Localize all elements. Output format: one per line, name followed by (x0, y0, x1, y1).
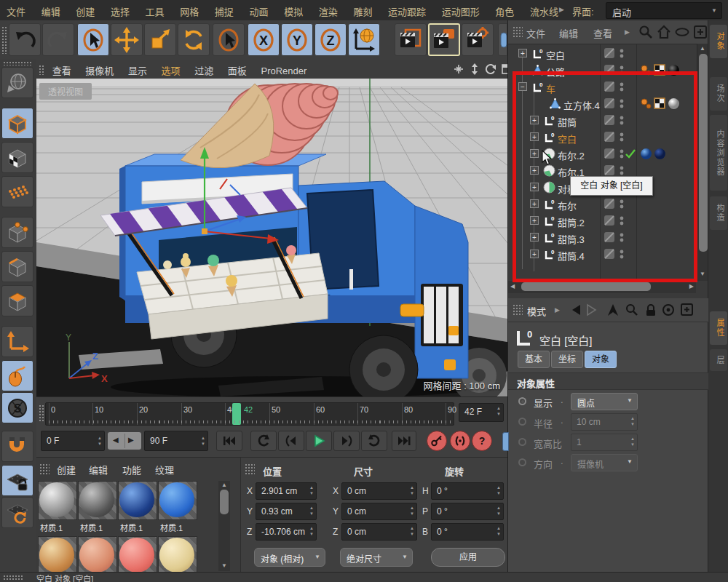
texture-mode-button[interactable] (1, 142, 33, 173)
orientation-dropdown[interactable]: 摄像机▼ (571, 454, 638, 471)
tab-takes[interactable]: 场次 (710, 77, 727, 111)
workplane-mode-button[interactable] (1, 176, 33, 207)
size-y-field[interactable]: 0 cm▲▼ (341, 503, 417, 520)
end-frame-field[interactable]: 90 F▲▼ (144, 431, 208, 451)
material-thumbnail[interactable] (158, 536, 197, 573)
menu-motion-tracker[interactable]: 运动跟踪 (381, 0, 432, 18)
lock-icon[interactable] (644, 303, 658, 319)
coord-mode-dropdown[interactable]: 对象 (相对)▼ (254, 548, 325, 567)
tab-basic[interactable]: 基本 (518, 351, 550, 368)
tab-object[interactable]: 对象 (585, 351, 617, 368)
keyframe-circle-icon[interactable] (518, 438, 526, 446)
pos-y-field[interactable]: 0.93 cm▲▼ (256, 503, 317, 520)
clipped-button[interactable] (502, 432, 509, 451)
coordinate-system-button[interactable] (348, 23, 380, 56)
redo-button[interactable] (42, 23, 74, 56)
mat-drag-handle[interactable] (39, 463, 50, 475)
enable-snap-button[interactable] (1, 431, 33, 462)
om-menu-overflow-arrow[interactable]: ▶ (625, 28, 630, 36)
scroll-down-icon[interactable]: ▼ (700, 271, 705, 277)
menu-create[interactable]: 创建 (69, 0, 101, 18)
vp-menu-panel[interactable]: 面板 (222, 60, 253, 77)
frame-step-buttons[interactable]: ◀ ▶ (108, 432, 141, 450)
material-thumbnail[interactable] (78, 536, 117, 573)
tab-attributes[interactable]: 属性 (710, 311, 727, 345)
menu-simulate[interactable]: 模拟 (277, 0, 309, 18)
menu-file[interactable]: 文件 (0, 0, 32, 18)
mat-scrollbar[interactable]: ▲ ▼ (218, 481, 230, 571)
keyframe-circle-icon[interactable] (518, 458, 526, 466)
radius-field[interactable]: 10 cm▲▼ (571, 413, 638, 431)
tab-content-browser[interactable]: 内容浏览器 (710, 115, 727, 191)
search-icon[interactable] (638, 24, 654, 42)
rot-p-field[interactable]: 0 °▲▼ (431, 503, 504, 520)
om-menu-file[interactable]: 文件 (526, 20, 545, 40)
polygons-mode-button[interactable] (1, 285, 33, 316)
edges-mode-button[interactable] (1, 251, 33, 282)
coord-drag-handle[interactable] (245, 463, 255, 475)
start-frame-field[interactable]: 0 F▲▼ (41, 431, 105, 451)
model-mode-button[interactable] (1, 108, 33, 139)
target-icon[interactable] (661, 303, 676, 319)
render-view-button[interactable] (395, 23, 427, 56)
interface-dropdown[interactable]: 启动 ▼ (606, 2, 722, 19)
goto-next-key-button[interactable] (361, 431, 387, 451)
menu-character[interactable]: 角色 (488, 0, 521, 18)
lock-workplane-button[interactable] (1, 465, 33, 496)
scroll-right-icon[interactable]: ▶ (689, 283, 694, 290)
viewport[interactable]: Y Z X 透视视图 网格间距 : 100 cm (36, 79, 507, 396)
tab-structure[interactable]: 构造 (710, 196, 727, 230)
move-tool-button[interactable] (111, 23, 143, 56)
eye-icon[interactable] (674, 24, 690, 42)
viewport-scene[interactable]: Y Z X (36, 79, 507, 396)
size-x-field[interactable]: 0 cm▲▼ (341, 482, 417, 500)
left-toolbar-drag-handle[interactable] (3, 61, 32, 65)
make-editable-button[interactable] (1, 67, 33, 98)
menu-sculpt[interactable]: 雕刻 (347, 0, 379, 18)
display-dropdown[interactable]: 圆点▼ (571, 393, 638, 410)
menu-render[interactable]: 渲染 (312, 0, 344, 18)
apply-button[interactable]: 应用 (431, 548, 505, 567)
menu-animate[interactable]: 动画 (242, 0, 274, 18)
add-panel-icon[interactable] (692, 24, 708, 42)
vp-menu-display[interactable]: 显示 (122, 60, 153, 77)
material-name[interactable]: 材质.1 (120, 522, 164, 533)
scroll-left-icon[interactable]: ◀ (510, 283, 515, 290)
material-name[interactable]: 材质.1 (40, 522, 84, 533)
mat-menu-edit[interactable]: 编辑 (89, 458, 108, 477)
visibility-dots-icon[interactable] (619, 47, 631, 60)
vp-rotate-icon[interactable] (485, 63, 496, 77)
tab-layers[interactable]: 层 (710, 349, 727, 371)
menubar-expand-arrow[interactable]: ▶ (559, 6, 564, 13)
workplane-button[interactable] (1, 497, 33, 528)
autokey-button[interactable] (450, 431, 470, 451)
scrollbar-thumb[interactable] (220, 490, 229, 514)
enable-axis-button[interactable] (1, 326, 33, 357)
menu-mesh[interactable]: 网格 (173, 0, 205, 18)
undo-button[interactable] (9, 23, 41, 56)
current-frame-field[interactable]: 42 F▲▼ (459, 403, 504, 422)
timeline-ruler[interactable]: 0 10 20 30 40 50 60 70 80 90 42 (45, 402, 454, 426)
simulate-button[interactable]: S (1, 392, 33, 423)
timeline-drag-handle[interactable] (39, 404, 44, 422)
tab-objects[interactable]: 对象 (710, 25, 727, 58)
home-icon[interactable] (656, 24, 672, 42)
menu-snap[interactable]: 捕捉 (208, 0, 240, 18)
render-settings-button[interactable] (462, 23, 494, 56)
material-thumbnail[interactable] (38, 536, 77, 573)
vp-zoom-icon[interactable] (469, 63, 480, 77)
rot-b-field[interactable]: 0 °▲▼ (431, 523, 504, 541)
om-horizontal-scrollbar[interactable]: ◀ ▶ (508, 281, 696, 293)
material-name[interactable]: 材质.1 (80, 522, 124, 533)
add-panel-icon[interactable] (680, 303, 695, 319)
points-mode-button[interactable] (1, 217, 33, 248)
record-button[interactable] (427, 431, 447, 451)
goto-prev-key-button[interactable] (250, 431, 277, 451)
keyframe-selection-button[interactable]: ? (472, 431, 492, 451)
lock-x-axis-button[interactable]: X (248, 23, 280, 56)
viewport-solo-button[interactable] (1, 360, 33, 391)
material-thumbnail[interactable] (158, 481, 197, 520)
goto-end-button[interactable] (392, 431, 416, 451)
vp-menu-filter[interactable]: 过滤 (189, 60, 219, 77)
material-thumbnail[interactable] (78, 481, 117, 520)
